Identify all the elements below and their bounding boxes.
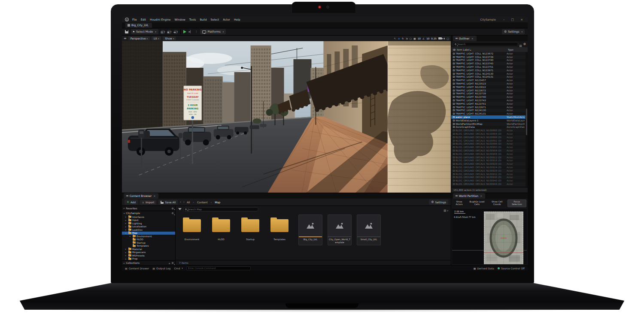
close-icon[interactable]	[471, 37, 474, 40]
select-tool-icon[interactable]	[394, 37, 396, 40]
back-icon[interactable]	[180, 200, 181, 204]
outliner-row[interactable]: WorldDataLayers-1 WorldDataLayers	[451, 119, 526, 122]
outliner-row[interactable]: ZoneGraphData ZoneGraphData	[451, 126, 526, 129]
outliner-row[interactable]: TRAFFIC_LIGHT_N123743 Actor	[451, 99, 526, 102]
asset-item[interactable]: Big_City_LVL	[298, 214, 322, 245]
close-button[interactable]: ×	[519, 18, 525, 21]
world-space-icon[interactable]	[410, 37, 412, 40]
menu-item[interactable]: Tools	[189, 18, 197, 21]
scale-snap-value[interactable]: 0.25	[431, 37, 436, 40]
outliner-row[interactable]: TRAFFIC_LIGHT_N123740 Actor	[451, 95, 526, 99]
outliner-row[interactable]: BLDG_GROUND_DECALS_N100904 (Di Actor	[451, 149, 526, 152]
tree-arrow-icon[interactable]: ▸	[125, 251, 128, 254]
add-button[interactable]: Add	[125, 199, 138, 205]
outliner-row[interactable]: BLDG_GROUND_DECALS_N100896 (Di Actor	[451, 142, 526, 146]
close-icon[interactable]	[152, 194, 155, 197]
settings-button[interactable]: Settings	[502, 29, 525, 34]
tree-item[interactable]: ▸ Megascans	[122, 251, 175, 254]
minimize-button[interactable]: –	[501, 18, 507, 21]
tree-item[interactable]: Templates	[122, 245, 175, 248]
viewport-options-icon[interactable]	[124, 36, 127, 40]
menu-item[interactable]: Actor	[222, 18, 231, 21]
perspective-button[interactable]: Perspective	[128, 36, 150, 40]
outliner-row[interactable]: BLDG_GROUND_DECALS_N100900 (Di Actor	[451, 145, 526, 149]
favorites-section[interactable]: ▸ Favorites	[122, 206, 175, 211]
outliner-row[interactable]: TRAFFIC_LIGHT_N124131 Actor	[451, 112, 526, 115]
outliner-row[interactable]: BLDG_GROUND_DECALS_N100940 (Di Actor	[451, 179, 526, 182]
tab-outliner[interactable]: Outliner	[453, 36, 477, 41]
outliner-row[interactable]: WorldPartitionMiniMap WorldPartitionMin	[451, 122, 526, 126]
viewport-scene[interactable]: NO PARKING 9AM TO 11AM TUESDAY STREET CL…	[122, 41, 451, 193]
tree-item[interactable]: ▸ LookDev	[122, 228, 175, 232]
outliner-row[interactable]: TRAFFIC_LIGHT_COLL_N123743 Actor	[451, 62, 526, 65]
menu-item[interactable]: File	[132, 18, 137, 21]
tree-arrow-icon[interactable]: ▸	[130, 235, 132, 237]
tree-arrow-icon[interactable]: ▸	[125, 216, 128, 218]
tree-arrow-icon[interactable]: ▸	[125, 229, 128, 231]
outliner-row[interactable]: BLDG_GROUND_DECALS_N100936 (Di Actor	[451, 175, 526, 179]
tree-item[interactable]: ▸ MSPresets	[122, 254, 175, 257]
tree-arrow-icon[interactable]: ▾	[125, 232, 128, 234]
tab-content-browser[interactable]: Content Browser	[124, 193, 158, 199]
outliner-row[interactable]: TRAFFIC_LIGHT_COLL_N123751 Actor	[451, 65, 526, 69]
grid-snap-icon[interactable]	[413, 37, 416, 40]
more-options-icon[interactable]: ⋮	[195, 30, 198, 33]
column-item-label[interactable]: Item Label	[457, 48, 507, 51]
outliner-settings-icon[interactable]	[523, 42, 526, 46]
bugitgo-load-cells-toggle[interactable]: BugItGo Load Cells	[467, 200, 487, 206]
content-drawer-button[interactable]: Content Drawer	[125, 267, 149, 270]
outliner-row[interactable]: TRAFFIC_LIGHT_N123622 Actor	[451, 85, 526, 89]
tree-arrow-icon[interactable]: ▸	[125, 248, 128, 250]
maximize-button[interactable]: □	[510, 18, 516, 21]
outliner-row[interactable]: TRAFFIC_LIGHT_COLL_N123971 Actor	[451, 69, 526, 72]
asset-search-input[interactable]	[188, 208, 257, 211]
output-log-button[interactable]: Output Log	[152, 267, 170, 270]
add-collection-icon[interactable]	[168, 262, 170, 265]
save-icon[interactable]	[125, 30, 128, 33]
menu-item[interactable]: Help	[234, 18, 241, 21]
save-all-button[interactable]: Save All	[158, 200, 178, 205]
outliner-row[interactable]: BLDG_GROUND_DECALS_N100884 (Di Actor	[451, 132, 526, 136]
menu-item[interactable]: Build	[199, 18, 207, 21]
outliner-row[interactable]: TRAFFIC_LIGHT_N123672 Actor	[451, 89, 526, 92]
outliner-scrollbar[interactable]	[526, 52, 528, 187]
camera-speed-value[interactable]: 4	[444, 37, 445, 40]
tree-item[interactable]: ▸ Environment	[122, 235, 175, 238]
show-button[interactable]: Show	[163, 36, 176, 40]
collections-section[interactable]: ▸ Collections	[122, 260, 175, 265]
outliner-row[interactable]: TRAFFIC_LIGHT_N123971 Actor	[451, 106, 526, 109]
outliner-row[interactable]: TRAFFIC_LIGHT_COLL_N123672 Actor	[451, 52, 526, 55]
show-cell-coords-toggle[interactable]: Show Cell Coords	[488, 200, 506, 206]
outliner-row[interactable]: TRAFFIC_LIGHT_COLL_N123740 Actor	[451, 59, 526, 62]
outliner-row[interactable]: BLDG_GROUND_DECALS_N100944 (Di Actor	[451, 182, 526, 186]
outliner-row[interactable]: BLDG_GROUND_DECALS_N100880 (Di Actor	[451, 129, 526, 132]
folder-item[interactable]: Environment	[180, 214, 204, 241]
tree-arrow-icon[interactable]: ▸	[125, 222, 128, 224]
select-mode-button[interactable]: Select Mode	[131, 29, 158, 34]
menu-item[interactable]: Select	[210, 18, 219, 21]
breadcrumb-content[interactable]: Content	[197, 201, 208, 204]
tree-item[interactable]: Startup	[122, 241, 175, 245]
search-icon[interactable]	[172, 208, 173, 209]
breadcrumb-current[interactable]: Map	[215, 201, 220, 204]
outliner-row[interactable]: TRAFFIC_LIGHT_N123523 Actor	[451, 82, 526, 85]
outliner-row[interactable]: BLDG_GROUND_DECALS_N100916 (Di Actor	[451, 159, 526, 163]
tree-item[interactable]: ▸ Prop	[122, 257, 175, 261]
rotate-tool-icon[interactable]	[402, 37, 404, 40]
console-input-box[interactable]	[186, 266, 251, 270]
scale-tool-icon[interactable]	[406, 37, 408, 40]
tab-level[interactable]: Big_City_LVL	[125, 23, 152, 28]
console-input[interactable]	[188, 267, 249, 269]
outliner-row[interactable]: TRAFFIC_LIGHT_N123739 Actor	[451, 92, 526, 96]
tree-item[interactable]: ▸ Localization	[122, 225, 175, 229]
close-icon[interactable]	[479, 194, 482, 197]
folder-item[interactable]: Startup	[238, 214, 262, 241]
column-type[interactable]: Type	[508, 48, 526, 51]
outliner-row[interactable]: TRAFFIC_LIGHT_N123751 Actor	[451, 102, 526, 106]
outliner-search[interactable]	[453, 42, 518, 46]
outliner-row[interactable]: TRAFFIC_LIGHT_N123457 Actor	[451, 78, 526, 82]
tree-arrow-icon[interactable]: ▸	[125, 219, 128, 221]
rotation-snap-icon[interactable]	[422, 37, 425, 40]
cb-settings-button[interactable]: Settings	[429, 199, 448, 205]
world-minimap-image[interactable]	[484, 211, 523, 264]
